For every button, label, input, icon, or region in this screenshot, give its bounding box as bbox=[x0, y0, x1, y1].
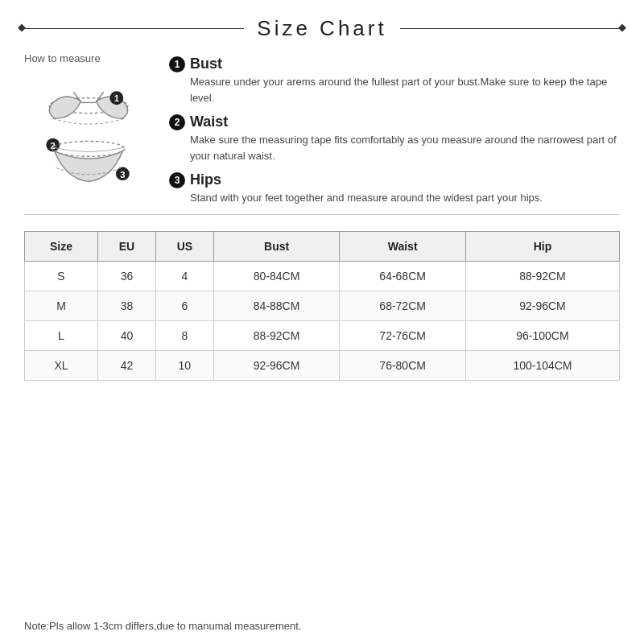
cell-3-2: 10 bbox=[155, 350, 213, 380]
table-row: XL421092-96CM76-80CM100-104CM bbox=[25, 350, 620, 380]
hips-label: Hips bbox=[190, 171, 221, 188]
waist-desc: Make sure the measuring tape fits comfor… bbox=[169, 132, 620, 163]
table-row: L40888-92CM72-76CM96-100CM bbox=[25, 320, 620, 350]
cell-3-4: 76-80CM bbox=[340, 350, 466, 380]
cell-0-0: S bbox=[25, 261, 98, 291]
cell-0-3: 80-84CM bbox=[213, 261, 340, 291]
table-header-row: Size EU US Bust Waist Hip bbox=[25, 231, 620, 261]
table-row: S36480-84CM64-68CM88-92CM bbox=[25, 261, 620, 291]
title-line-left bbox=[24, 28, 244, 29]
hips-number: 3 bbox=[169, 172, 185, 188]
hips-title: 3 Hips bbox=[169, 171, 620, 188]
measure-right: 1 Bust Measure under your arems around t… bbox=[169, 52, 620, 206]
page-wrapper: Size Chart How to measure 1 bbox=[0, 0, 644, 644]
measure-left: How to measure 1 bbox=[24, 52, 153, 206]
bust-desc: Measure under your arems around the full… bbox=[169, 74, 620, 105]
cell-3-3: 92-96CM bbox=[213, 350, 340, 380]
page-title: Size Chart bbox=[257, 16, 386, 41]
size-table: Size EU US Bust Waist Hip S36480-84CM64-… bbox=[24, 231, 620, 381]
waist-label: Waist bbox=[190, 114, 228, 130]
cell-2-0: L bbox=[25, 320, 98, 350]
measure-item-hips: 3 Hips Stand with your feet together and… bbox=[169, 171, 620, 206]
table-body: S36480-84CM64-68CM88-92CMM38684-88CM68-7… bbox=[25, 261, 620, 380]
waist-title: 2 Waist bbox=[169, 114, 620, 130]
col-bust: Bust bbox=[213, 231, 340, 261]
cell-2-4: 72-76CM bbox=[340, 320, 466, 350]
cell-1-0: M bbox=[25, 291, 98, 320]
cell-0-2: 4 bbox=[155, 261, 213, 291]
hips-desc: Stand with your feet together and measur… bbox=[169, 190, 620, 206]
col-size: Size bbox=[25, 231, 98, 261]
waist-number: 2 bbox=[169, 114, 185, 130]
bikini-illustration: 1 2 3 bbox=[36, 69, 141, 198]
col-hip: Hip bbox=[465, 231, 619, 261]
cell-3-0: XL bbox=[25, 350, 98, 380]
cell-2-3: 88-92CM bbox=[213, 320, 340, 350]
bust-title: 1 Bust bbox=[169, 56, 620, 72]
cell-0-4: 64-68CM bbox=[340, 261, 466, 291]
cell-0-1: 36 bbox=[97, 261, 155, 291]
cell-3-5: 100-104CM bbox=[465, 350, 619, 380]
col-eu: EU bbox=[97, 231, 155, 261]
title-row: Size Chart bbox=[24, 16, 620, 41]
cell-2-1: 40 bbox=[97, 320, 155, 350]
cell-2-2: 8 bbox=[155, 320, 213, 350]
svg-text:1: 1 bbox=[114, 93, 119, 103]
note-text: Note:Pls allow 1-3cm differs,due to manu… bbox=[24, 620, 620, 632]
svg-text:3: 3 bbox=[120, 170, 125, 180]
cell-1-5: 92-96CM bbox=[465, 291, 619, 320]
col-us: US bbox=[155, 231, 213, 261]
col-waist: Waist bbox=[340, 231, 466, 261]
table-row: M38684-88CM68-72CM92-96CM bbox=[25, 291, 620, 320]
bust-number: 1 bbox=[169, 56, 185, 72]
cell-1-1: 38 bbox=[97, 291, 155, 320]
cell-1-4: 68-72CM bbox=[340, 291, 466, 320]
measure-item-bust: 1 Bust Measure under your arems around t… bbox=[169, 56, 620, 105]
how-to-measure-label: How to measure bbox=[24, 52, 101, 64]
cell-2-5: 96-100CM bbox=[465, 320, 619, 350]
bust-label: Bust bbox=[190, 56, 222, 72]
measure-section: How to measure 1 bbox=[24, 52, 620, 215]
title-line-right bbox=[400, 28, 620, 29]
cell-3-1: 42 bbox=[97, 350, 155, 380]
table-head: Size EU US Bust Waist Hip bbox=[25, 231, 620, 261]
measure-item-waist: 2 Waist Make sure the measuring tape fit… bbox=[169, 114, 620, 163]
size-table-wrapper: Size EU US Bust Waist Hip S36480-84CM64-… bbox=[24, 231, 620, 613]
cell-0-5: 88-92CM bbox=[465, 261, 619, 291]
cell-1-3: 84-88CM bbox=[213, 291, 340, 320]
cell-1-2: 6 bbox=[155, 291, 213, 320]
